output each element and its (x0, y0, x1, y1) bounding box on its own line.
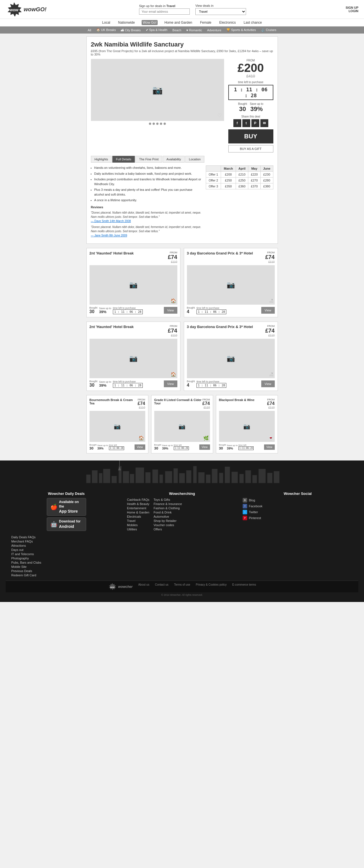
highlight-3: Includes project contribution and transf… (94, 177, 202, 186)
dot-2[interactable] (153, 123, 155, 125)
deal-card-1-title: 2nt 'Haunted' Hotel Break (90, 251, 168, 255)
deal-card-3-view[interactable]: View (164, 380, 177, 387)
svg-rect-17 (179, 473, 185, 483)
footer-link-days-out[interactable]: Days out (11, 548, 121, 552)
cat-beach[interactable]: Beach (171, 28, 183, 32)
footer-link-voucher-codes[interactable]: Voucher codes (154, 523, 182, 527)
nav-electronics[interactable]: Electronics (218, 20, 237, 25)
footer-about[interactable]: About us (138, 583, 149, 590)
wishlist-heart[interactable]: ♡ (217, 113, 222, 119)
footer-copyright: © 2014 Wowcher. All rights reserved. (6, 593, 358, 596)
footer-link-mobiles[interactable]: Mobiles (127, 523, 150, 527)
footer-link-mobile-site[interactable]: Mobile Site (11, 565, 121, 568)
avail-header-0 (206, 166, 221, 172)
nav-female[interactable]: Female (199, 20, 212, 25)
cat-city-breaks[interactable]: 🏙 City Breaks (119, 28, 142, 32)
deal-card-1-view[interactable]: View (164, 307, 177, 314)
footer-link-shop-retailer[interactable]: Shop by Retailer (154, 519, 182, 523)
social-facebook[interactable]: f Facebook (243, 504, 353, 508)
twitter-icon: t (243, 510, 247, 514)
footer-terms[interactable]: Terms of use (174, 583, 190, 590)
cat-cruises[interactable]: ⚓ Cruises (259, 28, 278, 32)
footer-link-daily-deals-faqs[interactable]: Daily Deals FAQs (11, 535, 121, 539)
footer-wowcherching: Wowcherching Cashback FAQs Health & Beau… (127, 492, 237, 578)
share-facebook[interactable]: f (233, 119, 241, 127)
deals-row-1: 2nt 'Haunted' Hotel Break FROM £74 £110 … (87, 248, 278, 317)
footer-link-health-beauty[interactable]: Health & Beauty (127, 502, 150, 505)
social-blog[interactable]: B Blog (243, 498, 353, 502)
footer-contact[interactable]: Contact us (155, 583, 168, 590)
camera-icon: 📷 (227, 354, 235, 363)
login-button[interactable]: LOGIN (346, 9, 358, 13)
footer-link-food-drink[interactable]: Food & Drink (154, 510, 182, 514)
footer-link-photography[interactable]: Photography (11, 557, 121, 560)
cat-sports[interactable]: 🏆 Sports & Activities (225, 28, 258, 32)
nav-nationwide[interactable]: Nationwide (117, 20, 136, 25)
deal-card-4-view[interactable]: View (261, 380, 275, 387)
svg-rect-15 (165, 471, 172, 483)
android-button[interactable]: 🤖 Download for Android (47, 518, 86, 531)
footer-link-it-telecoms[interactable]: IT and Telecoms (11, 552, 121, 556)
review-1-author[interactable]: — Dave Smith 14th March 2008 (91, 220, 131, 223)
save-num: 39% (250, 105, 263, 113)
deal-card-2-view[interactable]: View (261, 307, 275, 314)
tab-location[interactable]: Location (185, 156, 204, 163)
footer-daily-deals-title: Wowcher Daily Deals (11, 492, 121, 496)
footer-link-previous-deals[interactable]: Previous Deals (11, 569, 121, 572)
footer-link-toys-gifts[interactable]: Toys & Gifts (154, 498, 182, 501)
footer-link-home-garden[interactable]: Home & Garden (127, 510, 150, 514)
footer-link-redeem-gift[interactable]: Redeem Gift Card (11, 574, 121, 577)
avail-header-june: June (260, 166, 273, 172)
watermark-icon-4: 🏖 (269, 372, 274, 377)
footer-ecommerce[interactable]: E-commerce terms (232, 583, 256, 590)
footer-link-attractions[interactable]: Attractions (11, 544, 121, 547)
cat-adventure[interactable]: Adventure (205, 28, 223, 32)
footer-link-offers[interactable]: Offers (154, 528, 182, 531)
share-pinterest[interactable]: P (252, 119, 259, 127)
viewdeals-select[interactable]: Travel (195, 8, 246, 15)
deal-card-5-view[interactable]: View (135, 444, 145, 450)
svg-rect-13 (153, 469, 158, 483)
footer-link-entertainment[interactable]: Entertainment (127, 506, 150, 510)
social-pinterest[interactable]: P Pinterest (243, 516, 353, 520)
social-twitter[interactable]: t Twitter (243, 510, 353, 514)
deal-card-6-view[interactable]: View (199, 444, 210, 450)
footer-privacy[interactable]: Privacy & Cookies policy (196, 583, 226, 590)
footer-link-utilities[interactable]: Utilities (127, 528, 150, 531)
review-2-author[interactable]: — Jane Smith 8th June 2009 (91, 234, 127, 237)
tab-full-details[interactable]: Full Details (112, 156, 135, 163)
buy-button[interactable]: BUY (228, 129, 273, 144)
footer-link-cashback[interactable]: Cashback FAQs (127, 498, 150, 501)
deal-card-6-header: Grade II Listed Cornwall & Cider Tour FR… (154, 398, 210, 409)
footer-link-fashion[interactable]: Fashion & Clothing (154, 506, 182, 510)
buy-gift-button[interactable]: BUY AS A GIFT (228, 145, 273, 152)
tab-fine-print[interactable]: The Fine Print (135, 156, 162, 163)
cat-romantic[interactable]: ♥ Romantic (185, 28, 204, 32)
dot-4[interactable] (160, 123, 162, 125)
dot-5[interactable] (164, 123, 166, 125)
nav-local[interactable]: Local (101, 20, 111, 25)
footer-link-finance[interactable]: Finance & Insurance (154, 502, 182, 505)
tab-highlights[interactable]: Highlights (91, 156, 112, 163)
main-content: 2wk Namibia Wildlife Sanctuary £695 (fro… (84, 34, 281, 461)
footer-link-automotive[interactable]: Automotive (154, 515, 182, 518)
tab-availability[interactable]: Availability (163, 156, 185, 163)
footer-link-travel[interactable]: Travel (127, 519, 150, 523)
footer-link-pubs[interactable]: Pubs, Bars and Clubs (11, 561, 121, 564)
dot-3[interactable] (156, 123, 159, 125)
cat-spa[interactable]: ✔ Spa & Health (144, 28, 169, 32)
nav-home-garden[interactable]: Home and Garden (163, 20, 193, 25)
deal-card-7-view[interactable]: View (264, 444, 275, 450)
footer-link-electricals[interactable]: Electricals (127, 515, 150, 518)
share-twitter[interactable]: t (242, 119, 250, 127)
cat-all[interactable]: All (86, 28, 93, 32)
dot-1[interactable] (149, 123, 151, 125)
nav-last-chance[interactable]: Last chance (242, 20, 263, 25)
share-email[interactable]: ✉ (260, 119, 268, 127)
signup-button[interactable]: SIGN UP (346, 6, 358, 9)
cat-uk-breaks[interactable]: 🏠 UK Breaks (95, 28, 118, 32)
nav-wowgo[interactable]: Wow Go! (142, 20, 158, 25)
email-input[interactable] (139, 8, 190, 14)
appstore-button[interactable]: 🍎 Available on the App Store (47, 498, 86, 516)
footer-link-merchant-faqs[interactable]: Merchant FAQs (11, 540, 121, 543)
